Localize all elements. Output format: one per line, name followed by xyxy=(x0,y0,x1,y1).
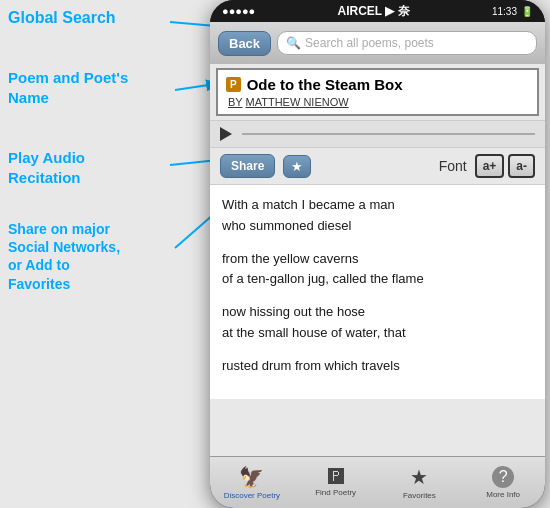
annotation-share: Share on majorSocial Networks,or Add toF… xyxy=(8,220,120,293)
annotation-play-audio: Play AudioRecitation xyxy=(8,148,85,187)
carrier-name: AIRCEL ▶ 奈 xyxy=(338,3,410,20)
signal-indicators: ●●●●● xyxy=(222,5,255,17)
poem-title: Ode to the Steam Box xyxy=(247,76,403,93)
time-battery: 11:33 🔋 xyxy=(492,6,533,17)
favorites-button[interactable]: ★ xyxy=(283,155,311,178)
play-button[interactable] xyxy=(220,127,232,141)
poem-title-row: P Ode to the Steam Box xyxy=(226,76,529,93)
poem-author: BY MATTHEW NIENOW xyxy=(228,96,529,108)
more-info-icon: ? xyxy=(492,466,514,488)
poem-text-area: With a match I became a man who summoned… xyxy=(210,185,545,399)
tab-discover-poetry[interactable]: 🦅 Discover Poetry xyxy=(210,457,294,508)
nav-bar: Back 🔍 Search all poems, poets xyxy=(210,22,545,64)
tab-find-poetry[interactable]: 🅿 Find Poetry xyxy=(294,457,378,508)
favorites-icon: ★ xyxy=(410,465,428,489)
share-button[interactable]: Share xyxy=(220,154,275,178)
poem-line: at the small house of water, that xyxy=(222,323,533,344)
audio-progress xyxy=(242,133,535,135)
tab-favorites-label: Favorites xyxy=(403,491,436,500)
poem-line: With a match I became a man xyxy=(222,195,533,216)
font-increase-button[interactable]: a+ xyxy=(475,154,505,178)
font-decrease-button[interactable]: a- xyxy=(508,154,535,178)
tab-bar: 🦅 Discover Poetry 🅿 Find Poetry ★ Favori… xyxy=(210,456,545,508)
poem-stanza-1: With a match I became a man who summoned… xyxy=(222,195,533,237)
annotation-global-search: Global Search xyxy=(8,8,116,27)
back-button[interactable]: Back xyxy=(218,31,271,56)
battery-icon: 🔋 xyxy=(521,6,533,17)
poem-line: from the yellow caverns xyxy=(222,249,533,270)
tab-more-info[interactable]: ? More Info xyxy=(461,457,545,508)
poem-icon: P xyxy=(226,77,241,92)
phone-content: Back 🔍 Search all poems, poets P Ode to … xyxy=(210,22,545,456)
poem-line: now hissing out the hose xyxy=(222,302,533,323)
poem-stanza-3: now hissing out the hose at the small ho… xyxy=(222,302,533,344)
phone-frame: ●●●●● AIRCEL ▶ 奈 11:33 🔋 Back 🔍 Search a… xyxy=(210,0,545,508)
search-icon: 🔍 xyxy=(286,36,301,50)
poem-line: who summoned diesel xyxy=(222,216,533,237)
tab-find-label: Find Poetry xyxy=(315,488,356,497)
poem-stanza-4: rusted drum from which travels xyxy=(222,356,533,377)
poem-stanza-2: from the yellow caverns of a ten-gallon … xyxy=(222,249,533,291)
signal-dot: ●●●●● xyxy=(222,5,255,17)
poem-line: of a ten-gallon jug, called the flame xyxy=(222,269,533,290)
action-bar: Share ★ Font a+ a- xyxy=(210,148,545,185)
search-bar[interactable]: 🔍 Search all poems, poets xyxy=(277,31,537,55)
time: 11:33 xyxy=(492,6,517,17)
search-placeholder: Search all poems, poets xyxy=(305,36,434,50)
annotation-poem-poet: Poem and Poet'sName xyxy=(8,68,128,107)
tab-discover-label: Discover Poetry xyxy=(224,491,280,500)
poem-line: rusted drum from which travels xyxy=(222,356,533,377)
font-label: Font xyxy=(439,158,467,174)
find-poetry-icon: 🅿 xyxy=(328,468,344,486)
discover-poetry-icon: 🦅 xyxy=(239,465,264,489)
status-bar: ●●●●● AIRCEL ▶ 奈 11:33 🔋 xyxy=(210,0,545,22)
font-controls: a+ a- xyxy=(475,154,535,178)
tab-favorites[interactable]: ★ Favorites xyxy=(378,457,462,508)
tab-more-label: More Info xyxy=(486,490,520,499)
poem-header: P Ode to the Steam Box BY MATTHEW NIENOW xyxy=(216,68,539,116)
audio-bar xyxy=(210,120,545,148)
